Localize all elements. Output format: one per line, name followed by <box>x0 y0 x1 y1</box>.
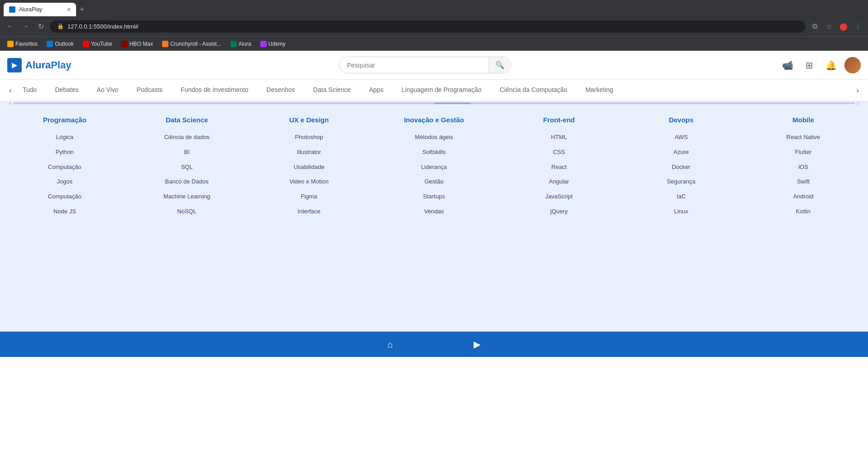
header-actions: 📹 ⊞ 🔔 <box>779 57 861 73</box>
logo-alura: Alura <box>25 59 51 71</box>
more-button[interactable]: ⋮ <box>852 20 864 33</box>
browser-nav-bar: ← → ↻ 🔒 127.0.0.1:5500/index.html# ⧉ ☆ ⬤… <box>0 16 868 36</box>
item-android[interactable]: Android <box>793 192 814 202</box>
search-input[interactable] <box>340 58 489 72</box>
item-ios[interactable]: iOS <box>798 163 808 172</box>
item-photoshop[interactable]: Photoshop <box>295 133 323 142</box>
profile-button[interactable]: ⬤ <box>837 20 850 33</box>
tab-desenhos[interactable]: Desenhos <box>258 80 304 101</box>
tab-linguagem[interactable]: Linguagem de Programação <box>393 80 491 101</box>
camera-button[interactable]: 📹 <box>779 57 796 73</box>
category-mobile: Mobile React Native Flutter iOS Swift An… <box>776 116 830 217</box>
item-sql[interactable]: SQL <box>181 163 193 172</box>
tab-close-button[interactable]: × <box>67 6 71 13</box>
bookmark-youtube[interactable]: YouTube <box>79 40 116 48</box>
item-machine-learning[interactable]: Machine Learning <box>163 192 210 202</box>
item-figma[interactable]: Figma <box>301 192 317 202</box>
item-nosql[interactable]: NoSQL <box>177 207 197 217</box>
item-banco-dados[interactable]: Banco de Dados <box>165 177 209 187</box>
item-seguranca[interactable]: Segurança <box>667 177 695 187</box>
category-nav: ‹ Tudo Debates Ao Vivo Podcasts Fundos d… <box>0 80 868 101</box>
item-react-native[interactable]: React Native <box>786 133 820 142</box>
tab-podcasts[interactable]: Podcasts <box>128 80 172 101</box>
item-python[interactable]: Python <box>56 148 74 157</box>
item-html[interactable]: HTML <box>551 133 567 142</box>
forward-button[interactable]: → <box>19 20 32 33</box>
tab-tudo[interactable]: Tudo <box>14 80 46 101</box>
item-kotlin[interactable]: Kotlin <box>796 207 811 217</box>
item-video-motion[interactable]: Video e Motion <box>289 177 329 187</box>
item-computacao2[interactable]: Computação <box>48 192 82 202</box>
site-footer: ⌂ ▶ <box>0 332 868 357</box>
bookmark-outlook[interactable]: Outlook <box>43 40 77 48</box>
url-text: 127.0.0.1:5500/index.html# <box>67 23 798 30</box>
item-css[interactable]: CSS <box>553 148 565 157</box>
item-linux[interactable]: Linux <box>674 207 688 217</box>
bookmark-hbo[interactable]: HBO Max <box>118 40 157 48</box>
browser-chrome: AluraPlay × + ← → ↻ 🔒 127.0.0.1:5500/ind… <box>0 0 868 51</box>
tab-fundos[interactable]: Fundos de Investimento <box>172 80 257 101</box>
outlook-favicon <box>47 41 53 47</box>
favoritos-label: Favoritos <box>15 41 38 47</box>
item-illustrator[interactable]: Illustrator <box>297 148 321 157</box>
user-avatar-button[interactable] <box>844 57 861 73</box>
item-softskills[interactable]: Softskills <box>422 148 446 157</box>
item-azure[interactable]: Azure <box>673 148 689 157</box>
item-lideranca[interactable]: Liderança <box>421 163 447 172</box>
logo[interactable]: ▶ AluraPlay <box>7 58 72 72</box>
item-ciencia-dados[interactable]: Ciência de dados <box>164 133 209 142</box>
tab-marketing[interactable]: Marketing <box>576 80 622 101</box>
item-usabilidade[interactable]: Usabilidade <box>293 163 324 172</box>
nav-right-arrow[interactable]: › <box>854 86 861 95</box>
tab-ciencia[interactable]: Ciência da Computação <box>490 80 576 101</box>
tab-bar: AluraPlay × + <box>0 0 868 16</box>
item-jogos[interactable]: Jogos <box>57 177 73 187</box>
item-vendas[interactable]: Vendas <box>424 207 444 217</box>
scrollbar-track[interactable] <box>13 102 855 104</box>
item-metodos-ageis[interactable]: Métodos ágeis <box>415 133 453 142</box>
item-javascript[interactable]: JavaScript <box>545 192 573 202</box>
item-aws[interactable]: AWS <box>675 133 688 142</box>
item-computacao[interactable]: Computação <box>48 163 82 172</box>
browser-tab-active[interactable]: AluraPlay × <box>4 3 76 16</box>
bookmark-udemy[interactable]: Udemy <box>257 40 289 48</box>
alura-favicon <box>230 41 237 47</box>
item-gestao[interactable]: Gestão <box>424 177 443 187</box>
item-docker[interactable]: Docker <box>672 163 691 172</box>
item-bi[interactable]: BI <box>184 148 189 157</box>
category-data-science: Data Science Ciência de dados BI SQL Ban… <box>160 116 214 217</box>
item-logica[interactable]: Lógica <box>56 133 73 142</box>
crunchyroll-label: Crunchyroll - Assist... <box>170 41 221 47</box>
back-button[interactable]: ← <box>4 20 16 33</box>
tab-ao-vivo[interactable]: Ao Vivo <box>88 80 128 101</box>
item-jquery[interactable]: jQuery <box>550 207 567 217</box>
category-ux-design: UX e Design Photoshop Illustrator Usabil… <box>282 116 336 217</box>
footer-home-button[interactable]: ⌂ <box>384 336 397 353</box>
category-inovacao-title: Inovação e Gestão <box>404 116 464 124</box>
extensions-button[interactable]: ⧉ <box>808 20 821 33</box>
item-flutter[interactable]: Flutter <box>795 148 812 157</box>
tab-debates[interactable]: Debates <box>46 80 87 101</box>
bookmark-crunchyroll[interactable]: Crunchyroll - Assist... <box>158 40 225 48</box>
item-nodejs[interactable]: Node JS <box>53 207 76 217</box>
apps-button[interactable]: ⊞ <box>801 57 817 73</box>
bookmark-favoritos[interactable]: Favoritos <box>4 40 41 48</box>
notifications-button[interactable]: 🔔 <box>823 57 839 73</box>
tab-data-science[interactable]: Data Science <box>304 80 360 101</box>
nav-left-arrow[interactable]: ‹ <box>7 86 14 95</box>
new-tab-button[interactable]: + <box>76 3 88 16</box>
search-button[interactable]: 🔍 <box>489 57 511 73</box>
item-startups[interactable]: Startups <box>423 192 445 202</box>
item-angular[interactable]: Angular <box>549 177 569 187</box>
item-swift[interactable]: Swift <box>797 177 810 187</box>
item-interface[interactable]: Interface <box>297 207 321 217</box>
tab-apps[interactable]: Apps <box>360 80 393 101</box>
item-iac[interactable]: IaC <box>676 192 686 202</box>
home-icon: ⌂ <box>388 339 393 349</box>
bookmark-alura[interactable]: Alura <box>227 40 255 48</box>
reload-button[interactable]: ↻ <box>34 20 47 33</box>
item-react[interactable]: React <box>551 163 567 172</box>
bookmark-button[interactable]: ☆ <box>823 20 835 33</box>
footer-play-button[interactable]: ▶ <box>470 335 484 353</box>
address-bar[interactable]: 🔒 127.0.0.1:5500/index.html# <box>50 20 806 33</box>
